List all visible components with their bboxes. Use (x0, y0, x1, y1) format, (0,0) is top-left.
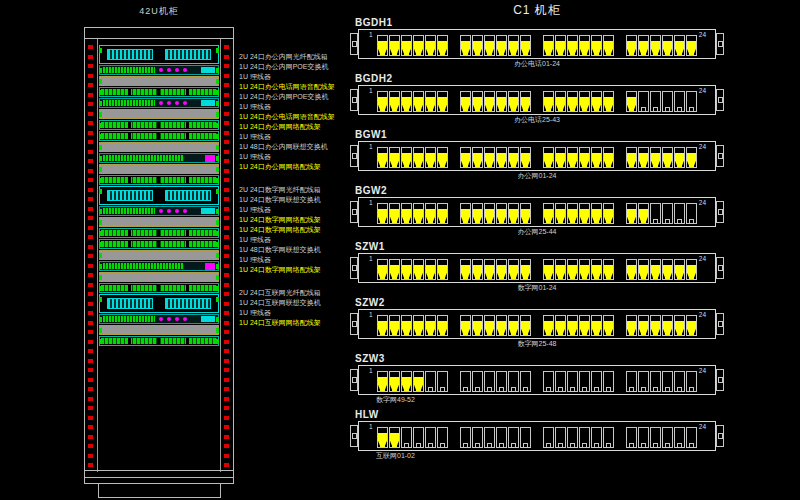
rj45-port-empty (662, 371, 673, 392)
rj45-port-empty (638, 91, 649, 112)
rj45-port-used (496, 315, 507, 336)
panel-caption: 数字网01-24 (350, 283, 724, 293)
patch-port-strip (101, 122, 217, 128)
rack-rail-right (220, 39, 233, 472)
port-row (377, 147, 697, 168)
rj45-port-used (543, 147, 554, 168)
panel-block: SZW2124数字网25-48 (350, 297, 724, 349)
mounting-ear-right (716, 257, 724, 279)
rj45-port-empty (686, 203, 697, 224)
rj45-port-used (591, 147, 602, 168)
mounting-ear-right (716, 145, 724, 167)
port-group (626, 203, 697, 224)
cage-nut-marker (224, 169, 229, 173)
port-group (460, 371, 531, 392)
rj45-port-used (413, 315, 424, 336)
rj45-port-used (638, 35, 649, 56)
port-number-first: 1 (369, 87, 373, 94)
rj45-port-used (543, 203, 554, 224)
cage-nut-marker (88, 406, 93, 410)
port-number-last: 24 (699, 199, 706, 206)
cage-nut-marker (224, 368, 229, 372)
rj45-port-used (567, 147, 578, 168)
rj45-port-used (377, 91, 388, 112)
rj45-port-used (555, 315, 566, 336)
rj45-port-used (543, 259, 554, 280)
rj45-port-used (638, 259, 649, 280)
port-group (543, 35, 614, 56)
legend-line: 1U 24口互联网网络配线架 (239, 318, 355, 328)
panel-body: 124 (358, 253, 716, 283)
cage-nut-marker (224, 235, 229, 239)
panel-block: BGDH2124办公电话25-43 (350, 73, 724, 125)
rj45-port-used (389, 91, 400, 112)
rj45-port-used (484, 147, 495, 168)
rj45-port-empty (650, 203, 661, 224)
cage-nut-marker (88, 150, 93, 154)
cage-nut-marker (224, 140, 229, 144)
rj45-port-used (389, 315, 400, 336)
cage-nut-marker (224, 292, 229, 296)
mounting-ear-left (350, 369, 358, 391)
rj45-port-used (472, 259, 483, 280)
rj45-port-used (437, 147, 448, 168)
port-number-last: 24 (699, 311, 706, 318)
cage-nut-marker (224, 226, 229, 230)
port-group (626, 35, 697, 56)
cage-nut-marker (224, 321, 229, 325)
rj45-port-empty (603, 427, 614, 448)
switch-led-indicator (167, 209, 171, 213)
rj45-port-empty (567, 427, 578, 448)
switch-led-indicator (167, 317, 171, 321)
cage-nut-marker (88, 207, 93, 211)
rj45-port-empty (591, 371, 602, 392)
mounting-ear-left (350, 145, 358, 167)
rack-pedestal (98, 484, 221, 498)
switch-uplink-module (205, 263, 215, 270)
panel-body: 124 (358, 421, 716, 451)
switch-port-block (103, 208, 155, 214)
rj45-port-used (460, 35, 471, 56)
cage-nut-marker (88, 93, 93, 97)
switch-port-block (103, 316, 155, 322)
panel-label: BGDH2 (350, 73, 724, 85)
rack-device-fiber (99, 294, 219, 313)
cage-nut-marker (88, 359, 93, 363)
legend-line: 1U 理线器 (239, 255, 355, 265)
rack-device-manager (99, 109, 219, 119)
mounting-ear-right (716, 313, 724, 335)
legend-line: 1U 24口数字网联想交换机 (239, 195, 355, 205)
rj45-port-empty (674, 427, 685, 448)
panel-label: SZW2 (350, 297, 724, 309)
rj45-port-empty (579, 371, 590, 392)
patch-port-strip (101, 177, 217, 183)
rj45-port-used (603, 315, 614, 336)
rj45-port-used (650, 35, 661, 56)
rj45-port-used (674, 259, 685, 280)
port-group (460, 91, 531, 112)
cage-nut-marker (88, 197, 93, 201)
rj45-port-used (520, 147, 531, 168)
rj45-port-used (520, 203, 531, 224)
rj45-port-empty (686, 427, 697, 448)
panel-body: 124 (358, 29, 716, 59)
patch-port-strip (101, 133, 217, 139)
patch-port-strip (101, 89, 217, 95)
rj45-port-used (460, 315, 471, 336)
rj45-port-used (401, 203, 412, 224)
port-group (543, 91, 614, 112)
cage-nut-marker (224, 254, 229, 258)
cage-nut-marker (224, 150, 229, 154)
port-group (626, 315, 697, 336)
cage-nut-marker (88, 102, 93, 106)
cage-nut-marker (224, 330, 229, 334)
cage-nut-marker (224, 273, 229, 277)
cage-nut-marker (88, 64, 93, 68)
rj45-port-used (603, 147, 614, 168)
rj45-port-used (579, 91, 590, 112)
rj45-port-used (425, 91, 436, 112)
rack-device-green (99, 228, 219, 238)
rj45-port-empty (460, 427, 471, 448)
rj45-port-used (377, 147, 388, 168)
rj45-port-used (626, 91, 637, 112)
